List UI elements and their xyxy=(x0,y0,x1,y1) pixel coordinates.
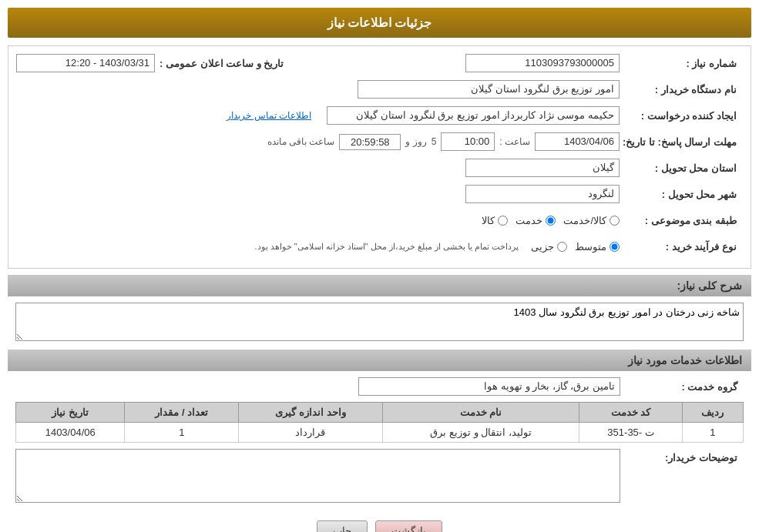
name-dastgah-value: امور توزیع برق لنگرود استان گیلان xyxy=(358,80,620,99)
nooe-jozii-label: جزیی xyxy=(531,241,554,253)
gorohe-khadamat-value: تامین برق، گاز، بخار و تهویه هوا xyxy=(358,377,620,396)
mohlat-saat: 10:00 xyxy=(441,132,495,151)
nooe-farayand-label: نوع فرآیند خرید : xyxy=(620,241,743,253)
tabaqe-label: طبقه بندی موضوعی : xyxy=(620,215,743,226)
ij-konande-value: حکیمه موسی نژاد کاربرداز امور توزیع برق … xyxy=(327,106,620,125)
tarikh-saat-label: تاریخ و ساعت اعلان عمومی : xyxy=(160,58,290,69)
nooe-motavaset-option[interactable]: متوسط xyxy=(575,241,620,253)
services-table: ردیف کد خدمت نام خدمت واحد اندازه گیری ت… xyxy=(15,402,744,443)
tozih-textarea[interactable] xyxy=(15,449,620,503)
ostan-value: گیلان xyxy=(465,159,620,177)
tabaqe-kala-radio[interactable] xyxy=(498,216,508,226)
name-dastgah-label: نام دستگاه خریدار : xyxy=(620,84,743,95)
buttons-row: بازگشت چاپ xyxy=(8,514,751,532)
nooe-jozii-radio[interactable] xyxy=(557,242,567,252)
table-row: 1ت -35-351تولید، انتقال و توزیع برققرارد… xyxy=(16,423,744,443)
tarikh-saat-value: 1403/03/31 - 12:20 xyxy=(16,54,155,72)
col-tarikh: تاریخ نیاز xyxy=(16,403,125,423)
shomare-niaz-label: شماره نیاز : xyxy=(620,58,743,69)
nooe-note: پرداخت تمام یا بخشی از مبلغ خرید،از محل … xyxy=(254,242,519,252)
tozih-label: توضیحات خریدار: xyxy=(620,449,744,463)
back-button[interactable]: بازگشت xyxy=(375,520,442,532)
mohlat-rooz-label: روز و xyxy=(405,136,426,147)
ij-konande-label: ایجاد کننده درخواست : xyxy=(620,110,743,122)
col-tedad: تعداد / مقدار xyxy=(125,403,239,423)
shahr-label: شهر محل تحویل : xyxy=(620,189,743,200)
khadamat-section-title: اطلاعات خدمات مورد نیاز xyxy=(8,350,751,371)
col-kod: کد خدمت xyxy=(579,403,682,423)
tabaqe-khadamat-option[interactable]: خدمت xyxy=(516,215,556,226)
shahr-value: لنگرود xyxy=(465,185,620,203)
page-title: جزئیات اطلاعات نیاز xyxy=(8,8,751,38)
tabaqe-kala-khadamat-label: کالا/خدمت xyxy=(563,215,606,226)
gorohe-khadamat-label: گروه خدمت : xyxy=(620,381,744,393)
nooe-motavaset-label: متوسط xyxy=(575,241,606,253)
col-vahed: واحد اندازه گیری xyxy=(239,403,382,423)
tabaqe-khadamat-radio[interactable] xyxy=(546,216,556,226)
tabaqe-kala-khadamat-option[interactable]: کالا/خدمت xyxy=(563,215,620,226)
sharh-section-title: شرح کلی نیاز: xyxy=(8,275,751,296)
nooe-motavaset-radio[interactable] xyxy=(610,242,620,252)
col-radif: ردیف xyxy=(682,403,743,423)
mohlat-rooz-val: 5 xyxy=(432,136,437,147)
shomare-niaz-value: 1103093793000005 xyxy=(465,54,620,72)
ostan-label: استان محل تحویل : xyxy=(620,162,743,174)
countdown-val: 20:59:58 xyxy=(339,134,401,150)
tabaqe-kala-khadamat-radio[interactable] xyxy=(610,216,620,226)
print-button[interactable]: چاپ xyxy=(317,520,368,532)
tabaqe-kala-option[interactable]: کالا xyxy=(482,215,508,226)
sharh-textarea[interactable] xyxy=(15,303,744,341)
mohlat-label: مهلت ارسال پاسخ: تا تاریخ: xyxy=(620,136,743,148)
mohlat-date: 1403/04/06 xyxy=(535,132,620,151)
mohlat-saat-label: ساعت : xyxy=(499,136,530,147)
col-name: نام خدمت xyxy=(382,403,579,423)
tabaqe-khadamat-label: خدمت xyxy=(516,215,542,226)
tabaqe-kala-label: کالا xyxy=(482,215,495,226)
countdown-label: ساعت باقی مانده xyxy=(267,136,335,147)
ij-konande-link[interactable]: اطلاعات تماس خریدار xyxy=(227,110,311,121)
nooe-jozii-option[interactable]: جزیی xyxy=(531,241,567,253)
